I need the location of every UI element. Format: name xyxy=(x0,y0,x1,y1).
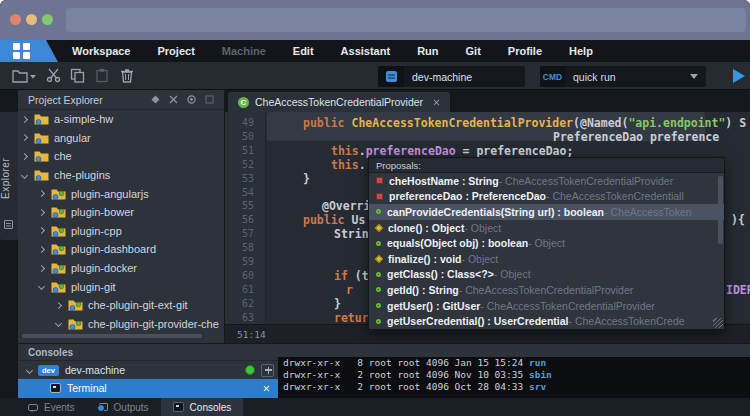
tree-item-che-plugins[interactable]: che-plugins xyxy=(18,166,224,185)
folder-icon xyxy=(34,169,49,181)
paste-button[interactable] xyxy=(95,68,109,83)
add-terminal-button[interactable] xyxy=(261,364,274,377)
proposal-origin: - CheAccessToken xyxy=(604,206,692,218)
machine-selector[interactable]: dev-machine xyxy=(378,66,525,87)
tree-item-angular[interactable]: angular xyxy=(18,129,224,148)
chevron-down-icon[interactable] xyxy=(26,366,33,373)
terminal-line: drwxr-xr-x 2 root root 4096 Nov 10 03:35… xyxy=(278,369,750,381)
line-number: 60 xyxy=(242,269,254,283)
che-logo-icon[interactable] xyxy=(0,40,58,62)
folder-icon xyxy=(68,299,83,311)
explorer-horizontal-scrollbar[interactable] xyxy=(22,334,202,338)
go-into-icon[interactable] xyxy=(151,95,160,104)
menu-run[interactable]: Run xyxy=(417,45,438,57)
chevron-down-icon[interactable] xyxy=(55,320,62,327)
collapse-all-icon[interactable] xyxy=(169,95,178,104)
tree-item-plugin-git[interactable]: plugin-git xyxy=(18,277,224,296)
folder-icon xyxy=(51,206,66,218)
menu-workspace[interactable]: Workspace xyxy=(72,45,131,57)
proposal-equals[interactable]: equals(Object obj) : boolean - Object xyxy=(369,235,724,251)
folder-icon xyxy=(68,318,83,330)
chevron-right-icon[interactable] xyxy=(38,227,45,234)
terminal-line: drwxr-xr-x 8 root root 4096 Jan 15 15:24… xyxy=(278,357,750,369)
proposal-cheHostName[interactable]: cheHostName : String - CheAccessTokenCre… xyxy=(369,173,724,189)
cut-button[interactable] xyxy=(46,68,61,83)
close-icon[interactable] xyxy=(433,99,440,106)
chevron-right-icon[interactable] xyxy=(21,134,28,141)
tree-item-che-plugin-git-ext-git[interactable]: che-plugin-git-ext-git xyxy=(18,296,224,315)
chevron-right-icon[interactable] xyxy=(21,153,28,160)
refresh-icon[interactable] xyxy=(187,95,196,104)
tree-item-plugin-bower[interactable]: plugin-bower xyxy=(18,203,224,222)
tree-item-plugin-docker[interactable]: plugin-docker xyxy=(18,259,224,278)
menu-help[interactable]: Help xyxy=(569,45,593,57)
editor-tab[interactable]: C CheAccessTokenCredentialProvider xyxy=(228,92,450,112)
proposal-signature: preferenceDao : PreferenceDao xyxy=(389,190,546,202)
line-number: 52 xyxy=(242,158,254,172)
tab-consoles[interactable]: Consoles xyxy=(161,398,244,416)
chevron-down-icon xyxy=(690,74,698,79)
menu-assistant[interactable]: Assistant xyxy=(341,45,391,57)
tree-item-label: plugin-docker xyxy=(71,262,137,274)
proposal-finalize[interactable]: finalize() : void - Object xyxy=(369,251,724,267)
menu-machine[interactable]: Machine xyxy=(222,45,266,57)
chevron-right-icon[interactable] xyxy=(38,190,45,197)
menu-edit[interactable]: Edit xyxy=(293,45,314,57)
line-number: 61 xyxy=(242,283,254,297)
chevron-right-icon[interactable] xyxy=(38,209,45,216)
terminal-tree-item[interactable]: Terminal xyxy=(18,379,278,398)
maximize-icon[interactable] xyxy=(205,95,214,104)
tab-outputs[interactable]: Outputs xyxy=(87,398,161,416)
popup-scrollbar[interactable] xyxy=(718,176,723,244)
line-number: 57 xyxy=(242,227,254,241)
menu-git[interactable]: Git xyxy=(466,45,481,57)
method-public-icon xyxy=(376,303,381,308)
tab-events[interactable]: Events xyxy=(16,398,87,416)
folder-icon xyxy=(51,281,66,293)
command-selector[interactable]: CMD quick run xyxy=(540,66,706,87)
window-zoom-button[interactable] xyxy=(42,14,53,25)
tree-item-che[interactable]: che xyxy=(18,147,224,166)
copy-button[interactable] xyxy=(70,68,85,83)
proposal-origin: - Object xyxy=(494,268,531,280)
project-actions-dropdown[interactable] xyxy=(12,69,36,83)
tree-item-che-plugin-git-provider-che[interactable]: che-plugin-git-provider-che xyxy=(18,315,224,334)
menu-project[interactable]: Project xyxy=(158,45,195,57)
menu-items: WorkspaceProjectMachineEditAssistantRunG… xyxy=(0,45,593,57)
window-minimize-button[interactable] xyxy=(26,14,37,25)
proposal-getClass[interactable]: getClass() : Class<?> - Object xyxy=(369,267,724,283)
proposal-clone[interactable]: clone() : Object - Object xyxy=(369,220,724,236)
field-icon xyxy=(376,193,383,200)
explorer-part-tab[interactable]: Explorer xyxy=(0,112,18,240)
proposal-signature: equals(Object obj) : boolean xyxy=(387,237,528,249)
chevron-right-icon[interactable] xyxy=(38,246,45,253)
delete-button[interactable] xyxy=(120,68,134,83)
chevron-down-icon[interactable] xyxy=(21,172,28,179)
popup-resize-grip[interactable] xyxy=(713,318,723,328)
code-line-49: public CheAccessTokenCredentialProvider(… xyxy=(267,116,750,130)
terminal-label: Terminal xyxy=(67,382,263,394)
tree-item-a-simple-hw[interactable]: a-simple-hw xyxy=(18,110,224,129)
menu-profile[interactable]: Profile xyxy=(508,45,542,57)
chevron-right-icon[interactable] xyxy=(21,116,28,123)
tree-item-plugin-cpp[interactable]: plugin-cpp xyxy=(18,222,224,241)
chevron-right-icon[interactable] xyxy=(38,265,45,272)
proposal-canProvideCredentials[interactable]: canProvideCredentials(String url) : bool… xyxy=(369,204,724,220)
chevron-right-icon[interactable] xyxy=(55,302,62,309)
proposal-signature: canProvideCredentials(String url) : bool… xyxy=(387,206,604,218)
window-close-button[interactable] xyxy=(10,14,21,25)
proposal-getId[interactable]: getId() : String - CheAccessTokenCredent… xyxy=(369,282,724,298)
tree-item-plugin-angularjs[interactable]: plugin-angularjs xyxy=(18,184,224,203)
run-command-button[interactable] xyxy=(731,68,747,84)
line-number: 56 xyxy=(242,213,254,227)
proposal-preferenceDao[interactable]: preferenceDao : PreferenceDao - CheAcces… xyxy=(369,189,724,205)
chevron-down-icon[interactable] xyxy=(38,283,45,290)
terminal-output[interactable]: drwxr-xr-x 8 root root 4096 Jan 15 15:24… xyxy=(278,357,750,398)
tree-item-plugin-dashboard[interactable]: plugin-dashboard xyxy=(18,240,224,259)
machine-tree-item[interactable]: dev dev-machine xyxy=(18,361,278,379)
proposal-getUserCredential[interactable]: getUserCredential() : UserCredential - C… xyxy=(369,313,724,329)
method-public-icon xyxy=(376,241,381,246)
proposal-getUser[interactable]: getUser() : GitUser - CheAccessTokenCred… xyxy=(369,298,724,314)
close-terminal-icon[interactable] xyxy=(263,385,270,392)
explorer-part-icon xyxy=(4,220,13,229)
